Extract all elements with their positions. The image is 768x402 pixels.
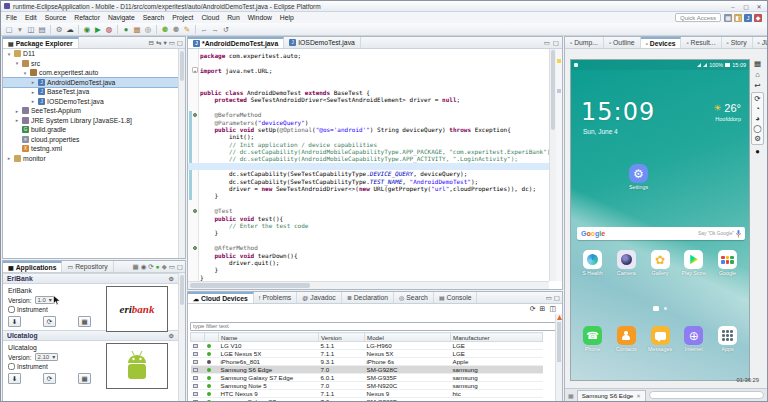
column-header[interactable]: Manufacturer: [451, 333, 543, 342]
tree-arrow-icon[interactable]: ▸: [30, 79, 36, 85]
settings-app-icon[interactable]: ⚙ Settings: [622, 164, 655, 190]
debug-button[interactable]: ◉: [82, 24, 92, 35]
run-button[interactable]: ▶: [93, 24, 103, 35]
tree-arrow-icon[interactable]: ▸: [30, 89, 36, 95]
app-gallery[interactable]: ✿Gallery: [644, 250, 677, 276]
grid-button[interactable]: ▦: [78, 373, 91, 384]
table-row[interactable]: LG V105.1.1LG-H960LGE: [191, 342, 543, 350]
google-search-bar[interactable]: Google Say "Ok Google": [577, 227, 745, 240]
tree-item-testng-xml[interactable]: Xtestng.xml: [3, 144, 178, 154]
device-tab[interactable]: Samsung S6 Edge ✕: [577, 390, 646, 401]
dock-phone[interactable]: ☎Phone: [576, 326, 609, 352]
maximize-icon[interactable]: ▢: [553, 39, 559, 47]
new-package-button[interactable]: ▦: [132, 24, 142, 35]
cloud-button[interactable]: ☁: [65, 24, 75, 35]
tree-item-androiddemotest-java[interactable]: ▸JAndroidDemoTest.java: [3, 78, 178, 88]
home-icon[interactable]: ⌂: [755, 70, 760, 79]
maximize-icon[interactable]: ▢: [177, 263, 183, 271]
tree-item-build-gradle[interactable]: Gbuild.gradle: [3, 125, 178, 135]
mic-icon[interactable]: [736, 230, 741, 238]
tab-search[interactable]: ◎Search: [394, 292, 434, 303]
tab-declaration[interactable]: ≣Declaration: [342, 292, 394, 303]
refresh-devices-icon[interactable]: ⟳: [530, 305, 536, 313]
minimize-icon[interactable]: ▭: [169, 263, 175, 271]
tab-cloud-devices[interactable]: ☁Cloud Devices: [188, 292, 254, 303]
device-command-field[interactable]: [649, 391, 764, 399]
column-header[interactable]: [205, 333, 219, 342]
minimize-icon[interactable]: ▭: [544, 39, 550, 47]
volume-up-icon[interactable]: ◔: [755, 104, 760, 113]
table-row[interactable]: Samsung Galaxy S7 Edge6.0.1SM-G935Fsamsu…: [191, 374, 543, 382]
tab-dump[interactable]: ▫Dump...: [565, 37, 604, 48]
link-editor-icon[interactable]: ⇆: [156, 39, 161, 47]
forward-button[interactable]: →: [210, 24, 220, 35]
device-screen[interactable]: 100% 15:09 15:09 Sun, June 4 ☀ 26° Hoofd…: [570, 59, 750, 381]
sync-button[interactable]: ⟳: [43, 316, 56, 327]
menu-edit[interactable]: Edit: [25, 14, 37, 21]
menu-file[interactable]: File: [6, 14, 17, 21]
tree-item-seetest-appium[interactable]: ▸SeeTest-Appium: [3, 106, 178, 116]
code-editor[interactable]: + package com.experitest.auto; import ja…: [188, 49, 549, 281]
apple-icon[interactable]: ◆: [162, 263, 167, 271]
settings-icon[interactable]: ⚙: [754, 134, 761, 143]
menu-icon[interactable]: ▦: [754, 59, 761, 68]
add-device-icon[interactable]: ⊞: [540, 305, 546, 313]
table-row[interactable]: samsung Galaxy S77.0SM-G930Fsamsung: [191, 398, 543, 402]
resource-perspective[interactable]: ◧: [734, 14, 742, 22]
tree-arrow-icon[interactable]: ▸: [30, 98, 36, 104]
dock-internet[interactable]: ⊕Internet: [677, 326, 710, 352]
grid-icon[interactable]: ▦: [132, 263, 138, 271]
tab-javadoc[interactable]: @Javadoc: [297, 292, 341, 303]
menu-help[interactable]: Help: [280, 14, 294, 21]
refresh-icon[interactable]: ⟳: [148, 263, 153, 271]
tree-item-monitor[interactable]: ▸monitor: [3, 154, 178, 164]
app-camera[interactable]: Camera: [610, 250, 643, 276]
grid-button[interactable]: ▦: [78, 316, 91, 327]
rotate-icon[interactable]: ⟳: [754, 94, 760, 103]
volume-down-icon[interactable]: ◕: [755, 114, 760, 123]
tree-arrow-icon[interactable]: ▸: [14, 117, 20, 123]
package-explorer-tab[interactable]: ▤ Package Explorer: [3, 37, 79, 48]
android-button[interactable]: ⚈: [160, 24, 170, 35]
maximize-icon[interactable]: ▢: [177, 39, 183, 47]
column-header[interactable]: Version: [319, 333, 365, 342]
new-class-button[interactable]: ●: [121, 24, 131, 35]
maximize-icon[interactable]: ▢: [554, 294, 560, 302]
menu-project[interactable]: Project: [172, 14, 193, 21]
instrument-checkbox[interactable]: [8, 363, 15, 370]
tab-story[interactable]: ▫Story: [722, 37, 753, 48]
menu-cloud[interactable]: Cloud: [201, 14, 219, 21]
tree-item-jre-system-library-javase-1-8-[interactable]: ▸JRE System Library [JavaSE-1.8]: [3, 116, 178, 126]
tree-arrow-icon[interactable]: ▾: [6, 51, 12, 57]
back-button[interactable]: ←: [199, 24, 209, 35]
tab-result[interactable]: ▫Result...: [681, 37, 721, 48]
tree-arrow-icon[interactable]: ▾: [14, 60, 20, 66]
tab-repository[interactable]: ▭Repository: [62, 261, 113, 272]
version-select[interactable]: 1.0▾: [35, 296, 55, 304]
minimize-icon[interactable]: ▭: [169, 39, 175, 47]
tree-item-cloud-properties[interactable]: ≡cloud.properties: [3, 135, 178, 145]
dropdown[interactable]: ▾: [15, 24, 25, 35]
applications-scrollbar[interactable]: [178, 273, 185, 401]
save-button[interactable]: ◫: [26, 24, 36, 35]
java-perspective[interactable]: J: [744, 14, 752, 22]
close-button[interactable]: ✕: [754, 2, 764, 10]
table-scrollbar[interactable]: [555, 314, 562, 401]
collapse-all-icon[interactable]: ⊟: [149, 39, 154, 47]
workspace-perspective[interactable]: ▦: [724, 14, 732, 22]
tree-item-com-experitest-auto[interactable]: ▾com.experitest.auto: [3, 68, 178, 78]
tree-item-d11[interactable]: ▾D11: [3, 49, 178, 59]
android-status-icon[interactable]: ●: [156, 263, 160, 270]
minimize-button[interactable]: –: [728, 2, 738, 10]
table-row[interactable]: HTC Nexus 97.1.1Nexus 9htc: [191, 390, 543, 398]
editor-tab--androiddemotest-java[interactable]: J*AndroidDemoTest.java: [188, 37, 284, 48]
column-header[interactable]: Name: [219, 333, 319, 342]
menu-refactor[interactable]: Refactor: [74, 14, 100, 21]
tree-item-basetest-java[interactable]: ▸JBaseTest.java: [3, 87, 178, 97]
back-icon[interactable]: ↩: [754, 81, 760, 90]
column-header[interactable]: Model: [365, 333, 451, 342]
weather-widget[interactable]: ☀ 26° Hoofddorp: [713, 102, 741, 122]
app-section-header-eribank[interactable]: EriBank⚙: [3, 273, 178, 284]
tab-problems[interactable]: !Problems: [254, 292, 297, 303]
sync-button[interactable]: ⟳: [43, 373, 56, 384]
